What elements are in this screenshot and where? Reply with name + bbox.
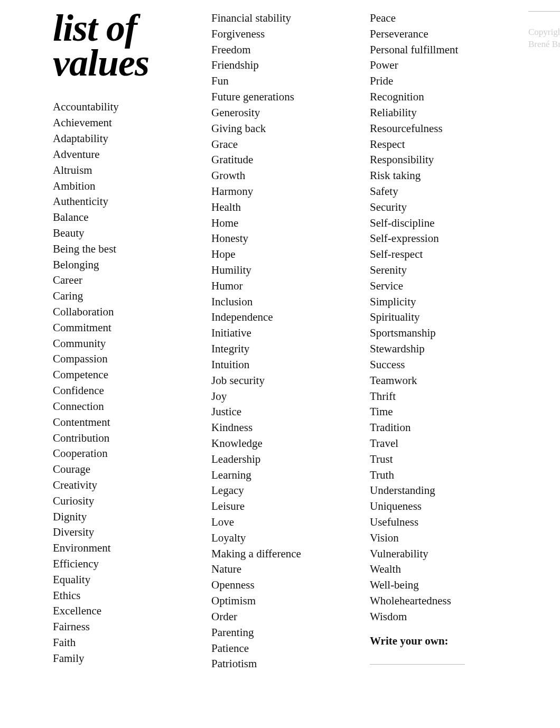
value-item: Risk taking xyxy=(370,168,507,184)
value-item: Financial stability xyxy=(211,11,349,26)
value-item: Knowledge xyxy=(211,436,349,452)
value-item: Fairness xyxy=(53,619,190,635)
value-item: Time xyxy=(370,404,507,420)
value-item: Dignity xyxy=(53,509,190,525)
value-item: Truth xyxy=(370,468,507,483)
value-item: Forgiveness xyxy=(211,26,349,42)
value-item: Creativity xyxy=(53,478,190,493)
value-item: Curiosity xyxy=(53,493,190,509)
value-item: Community xyxy=(53,336,190,352)
value-item: Resourcefulness xyxy=(370,121,507,137)
value-item: Being the best xyxy=(53,241,190,257)
value-item: Achievement xyxy=(53,115,190,131)
value-item: Family xyxy=(53,651,190,667)
value-item: Efficiency xyxy=(53,556,190,572)
value-item: Responsibility xyxy=(370,152,507,168)
value-item: Understanding xyxy=(370,483,507,499)
value-item: Collaboration xyxy=(53,304,190,320)
value-item: Nature xyxy=(211,562,349,577)
value-item: Self-expression xyxy=(370,231,507,247)
value-item: Personal fulfillment xyxy=(370,42,507,58)
value-item: Leadership xyxy=(211,452,349,468)
value-item: Humor xyxy=(211,278,349,294)
value-item: Harmony xyxy=(211,184,349,200)
value-item: Hope xyxy=(211,247,349,263)
value-item: Joy xyxy=(211,389,349,405)
blank-line-2 xyxy=(528,11,560,12)
value-item: Career xyxy=(53,273,190,288)
value-item: Pride xyxy=(370,73,507,89)
value-item: Job security xyxy=(211,373,349,389)
value-item: Competence xyxy=(53,367,190,383)
value-item: Grace xyxy=(211,137,349,153)
value-item: Wisdom xyxy=(370,609,507,625)
value-item: Contribution xyxy=(53,431,190,446)
value-item: Confidence xyxy=(53,383,190,399)
value-item: Fun xyxy=(211,73,349,89)
value-item: Integrity xyxy=(211,341,349,357)
value-item: Tradition xyxy=(370,420,507,436)
value-item: Making a difference xyxy=(211,546,349,562)
value-item: Patriotism xyxy=(211,656,349,672)
value-item: Peace xyxy=(370,11,507,26)
copyright-notice: Copyright © 2018 byBrené Brown, LLC. xyxy=(528,26,560,51)
value-item: Belonging xyxy=(53,257,190,273)
value-item: Home xyxy=(211,216,349,231)
value-item: Self-discipline xyxy=(370,216,507,231)
value-item: Learning xyxy=(211,468,349,483)
value-item: Patience xyxy=(211,641,349,657)
value-item: Travel xyxy=(370,436,507,452)
value-item: Growth xyxy=(211,168,349,184)
value-item: Adaptability xyxy=(53,131,190,147)
value-item: Optimism xyxy=(211,593,349,609)
value-item: Serenity xyxy=(370,263,507,278)
value-item: Connection xyxy=(53,399,190,415)
values-list: AccountabilityAchievementAdaptabilityAdv… xyxy=(53,11,507,676)
value-item: Safety xyxy=(370,184,507,200)
value-item: Security xyxy=(370,200,507,216)
value-item: Well-being xyxy=(370,577,507,593)
value-item: Service xyxy=(370,278,507,294)
value-item: Cooperation xyxy=(53,446,190,462)
value-item: Parenting xyxy=(211,625,349,641)
value-item: Faith xyxy=(53,635,190,651)
value-item: Legacy xyxy=(211,483,349,499)
value-item: Inclusion xyxy=(211,294,349,310)
value-item: Openness xyxy=(211,577,349,593)
value-item: Friendship xyxy=(211,58,349,73)
value-item: Gratitude xyxy=(211,152,349,168)
value-item: Power xyxy=(370,58,507,73)
value-item: Uniqueness xyxy=(370,499,507,515)
value-item: Initiative xyxy=(211,325,349,341)
value-item: Caring xyxy=(53,288,190,304)
title-block: list ofvalues xyxy=(53,11,190,80)
value-item: Wealth xyxy=(370,562,507,577)
value-item: Spirituality xyxy=(370,310,507,325)
value-item: Stewardship xyxy=(370,341,507,357)
value-item: Independence xyxy=(211,310,349,325)
value-item: Respect xyxy=(370,137,507,153)
value-item: Ethics xyxy=(53,588,190,604)
value-item: Adventure xyxy=(53,147,190,163)
value-item: Vision xyxy=(370,530,507,546)
write-your-own-heading: Write your own: xyxy=(370,634,507,648)
value-item: Equality xyxy=(53,572,190,588)
value-item: Loyalty xyxy=(211,530,349,546)
value-item: Humility xyxy=(211,263,349,278)
value-item: Recognition xyxy=(370,89,507,105)
value-item: Freedom xyxy=(211,42,349,58)
value-item: Balance xyxy=(53,210,190,226)
page-title: list ofvalues xyxy=(53,11,190,80)
value-item: Thrift xyxy=(370,389,507,405)
value-item: Intuition xyxy=(211,357,349,373)
value-item: Giving back xyxy=(211,121,349,137)
value-item: Authenticity xyxy=(53,194,190,210)
value-item: Environment xyxy=(53,540,190,556)
value-item: Self-respect xyxy=(370,247,507,263)
value-item: Generosity xyxy=(211,105,349,121)
value-item: Diversity xyxy=(53,525,190,540)
value-item: Ambition xyxy=(53,179,190,194)
value-item: Simplicity xyxy=(370,294,507,310)
value-item: Excellence xyxy=(53,603,190,619)
page: list ofvalues AccountabilityAchievementA… xyxy=(0,0,560,728)
